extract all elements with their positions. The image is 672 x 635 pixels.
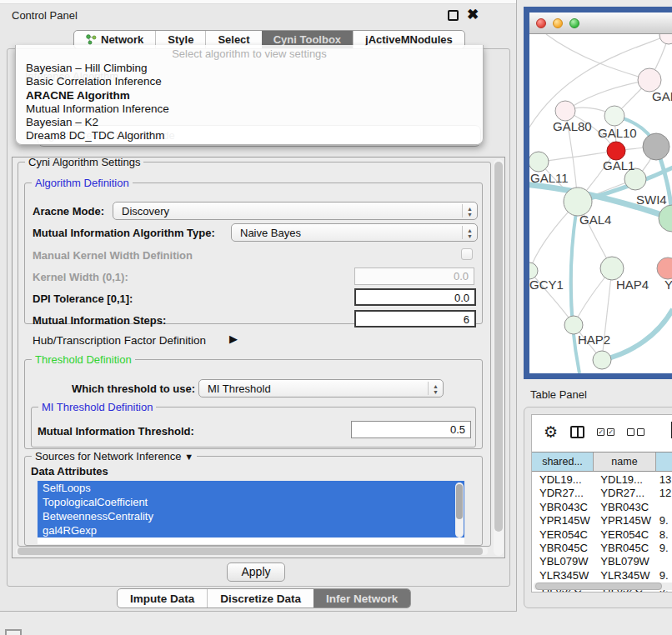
table-horizontal-scrollbar[interactable] (534, 582, 672, 590)
table-cell: 13 (655, 473, 672, 487)
table-row[interactable]: YBR043CYBR043C (532, 501, 672, 514)
settings-vscroll-thumb[interactable] (494, 162, 503, 532)
combo-stepper-icon: ▲▼ (428, 382, 443, 395)
mi-threshold-label: Mutual Information Threshold: (38, 425, 194, 438)
table-cell: YDR27... (532, 487, 593, 500)
aracne-mode-label: Aracne Mode: (33, 205, 104, 218)
network-node[interactable] (555, 101, 575, 121)
hub-definition-label[interactable]: Hub/Transcription Factor Definition (33, 334, 206, 347)
network-node[interactable] (564, 316, 583, 334)
dpi-tolerance-field[interactable]: 0.0 (354, 288, 476, 306)
table-row[interactable]: YDR27...YDR27...12 (532, 487, 672, 500)
network-node-label: GAL10 (598, 126, 637, 140)
tab-infer-network[interactable]: Infer Network (313, 589, 410, 608)
table-rows: YDL19...YDL19...13YDR27...YDR27...12YBR0… (532, 473, 672, 592)
expand-right-icon[interactable]: ▶ (229, 332, 238, 345)
aracne-mode-value: Discovery (113, 205, 462, 218)
table-column-header[interactable]: shared... (532, 452, 594, 471)
table-panel-title: Table Panel (530, 388, 587, 401)
mac-minimize-button[interactable] (553, 18, 563, 28)
attributes-scrollbar-thumb[interactable] (456, 484, 463, 519)
attributes-scrollbar[interactable] (455, 482, 464, 538)
table-hscroll-thumb[interactable] (535, 582, 662, 590)
network-node[interactable] (657, 258, 672, 279)
settings-hscroll-thumb[interactable] (18, 548, 483, 555)
which-threshold-value: MI Threshold (199, 382, 428, 395)
close-icon[interactable]: ✖ (467, 6, 479, 23)
table-row[interactable]: YER054CYER054C8. (532, 528, 672, 542)
split-panel-icon[interactable] (570, 426, 584, 438)
control-panel-title: Control Panel (12, 9, 78, 22)
network-canvas[interactable]: GALGAL80GAL10GAL1GAL11SWI4GAL4GCY1HAP4YH… (529, 34, 672, 373)
algorithm-option[interactable]: Basic Correlation Inference (16, 75, 483, 88)
network-node[interactable] (529, 152, 549, 172)
gear-icon[interactable]: ⚙ (544, 422, 558, 442)
settings-vertical-scrollbar[interactable] (494, 159, 504, 556)
select-all-checkboxes-icon[interactable]: ✓✓ (597, 428, 614, 436)
network-node[interactable] (659, 34, 672, 44)
tab-impute-data[interactable]: Impute Data (118, 589, 207, 608)
network-node-label: GAL1 (603, 158, 634, 172)
table-cell: YBL079W (593, 555, 654, 568)
apply-button[interactable]: Apply (227, 562, 285, 582)
algorithm-option[interactable]: Mutual Information Inference (16, 102, 483, 116)
mi-threshold-field[interactable]: 0.5 (351, 421, 471, 438)
network-node[interactable] (638, 68, 661, 92)
tab-jactivemnodules-label: jActiveMNodules (365, 33, 453, 46)
mi-algorithm-type-value: Naive Bayes (232, 227, 462, 239)
network-node[interactable] (659, 205, 672, 232)
algorithm-option[interactable]: ARACNE Algorithm (16, 89, 483, 102)
table-cell: YER054C (593, 528, 654, 542)
table-row[interactable]: YPR145WYPR145W9. (532, 514, 672, 528)
dpi-tolerance-label: DPI Tolerance [0,1]: (33, 292, 133, 305)
table-cell: YBR043C (532, 501, 593, 514)
network-node-label: GAL80 (553, 119, 592, 133)
deselect-all-checkboxes-icon[interactable] (627, 428, 644, 436)
tab-discretize-data[interactable]: Discretize Data (207, 589, 313, 608)
table-panel: ⚙ ✓✓ shared...name YDL19...YDL19...13YDR… (524, 407, 672, 608)
threshold-definition-title: Threshold Definition (32, 353, 135, 366)
table-cell: YPR145W (532, 514, 593, 528)
network-node[interactable] (607, 142, 625, 160)
mac-close-button[interactable] (536, 18, 546, 28)
algorithm-option[interactable]: Dream8 DC_TDC Algorithm (16, 129, 483, 142)
control-panel-titlebar: Control Panel ✖ (0, 4, 516, 26)
manual-kernel-width-label: Manual Kernel Width Definition (33, 249, 193, 262)
attr-items-holder: SelfLoopsTopologicalCoefficientBetweenne… (38, 481, 464, 538)
network-node[interactable] (600, 257, 624, 280)
table-row[interactable]: YBR045CYBR045C9. (532, 542, 672, 555)
network-node[interactable] (529, 262, 538, 279)
collapse-down-icon[interactable]: ▼ (184, 452, 193, 462)
table-cell (655, 501, 672, 514)
settings-horizontal-scrollbar[interactable] (16, 548, 488, 555)
table-row[interactable]: YLR345WYLR345W9. (532, 569, 672, 582)
mi-algorithm-type-combobox[interactable]: Naive Bayes ▲▼ (231, 223, 478, 242)
network-node[interactable] (643, 133, 669, 160)
data-attribute-item[interactable]: BetweennessCentrality (38, 509, 464, 523)
network-node[interactable] (564, 188, 592, 216)
which-threshold-combobox[interactable]: MI Threshold ▲▼ (198, 379, 444, 398)
manual-kernel-width-checkbox[interactable] (461, 248, 473, 260)
mi-steps-field[interactable]: 6 (354, 310, 476, 328)
data-attribute-item[interactable]: gal4RGexp (38, 523, 464, 538)
data-attribute-item[interactable]: TopologicalCoefficient (38, 495, 464, 509)
table-cell: 8. (655, 528, 672, 542)
table-row[interactable]: YDL19...YDL19...13 (532, 473, 672, 487)
network-node[interactable] (604, 106, 624, 126)
algorithm-option[interactable]: Bayesian – Hill Climbing (16, 62, 483, 75)
data-attributes-label: Data Attributes (31, 465, 108, 478)
algorithm-option[interactable]: Bayesian – K2 (16, 116, 483, 129)
table-cell: 12 (655, 487, 672, 500)
aracne-mode-combobox[interactable]: Discovery ▲▼ (113, 202, 478, 220)
mac-zoom-button[interactable] (569, 18, 579, 28)
float-window-icon[interactable] (448, 10, 459, 21)
table-row[interactable]: YBL079WYBL079W (532, 555, 672, 568)
data-attribute-item[interactable]: SelfLoops (38, 481, 464, 495)
table-column-header[interactable]: name (594, 452, 656, 471)
kernel-width-field[interactable]: 0.0 (354, 268, 474, 285)
network-canvas-holder: GALGAL80GAL10GAL1GAL11SWI4GAL4GCY1HAP4YH… (529, 34, 672, 373)
data-attributes-list[interactable]: SelfLoopsTopologicalCoefficientBetweenne… (38, 481, 464, 544)
table-cell: 9. (655, 542, 672, 555)
table-column-header[interactable] (656, 452, 672, 471)
network-node[interactable] (593, 351, 611, 369)
